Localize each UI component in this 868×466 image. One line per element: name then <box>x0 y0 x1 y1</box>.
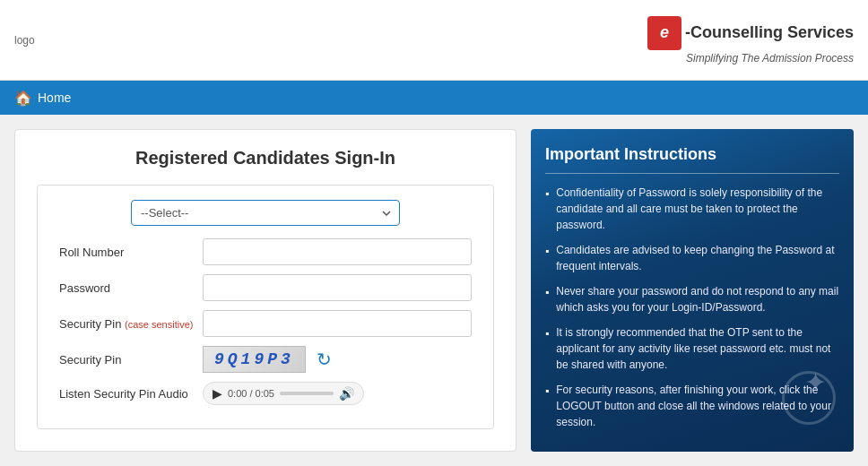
security-pin-input-label: Security Pin (case sensitive) <box>59 317 194 331</box>
bullet-4: ▪ <box>545 325 549 373</box>
roll-number-row: Roll Number <box>59 238 472 265</box>
brand-tagline: Simplifying The Admission Process <box>686 52 854 65</box>
audio-label: Listen Security Pin Audio <box>59 387 194 401</box>
captcha-row: Security Pin 9Q19P3 ↻ <box>59 346 472 373</box>
logo-area: logo <box>14 34 35 47</box>
instructions-panel: Important Instructions ▪ Confidentiality… <box>531 129 854 452</box>
bullet-2: ▪ <box>545 243 549 274</box>
roll-number-label: Roll Number <box>59 246 194 259</box>
main-content: Registered Candidates Sign-In --Select--… <box>0 115 868 466</box>
logo-image: logo <box>14 34 35 47</box>
top-header: logo e -Counselling Services Simplifying… <box>0 0 868 81</box>
brand-icon: e <box>647 16 681 50</box>
audio-time: 0:00 / 0:05 <box>228 388 274 399</box>
home-label: Home <box>38 91 71 105</box>
audio-play-button[interactable]: ▶ <box>213 386 222 401</box>
audio-player: ▶ 0:00 / 0:05 🔊 <box>203 382 364 405</box>
form-title: Registered Candidates Sign-In <box>37 148 494 168</box>
bullet-3: ▪ <box>545 284 549 315</box>
bullet-1: ▪ <box>545 186 549 233</box>
select-row: --Select-- <box>59 200 472 226</box>
password-row: Password <box>59 274 472 301</box>
password-label: Password <box>59 281 194 295</box>
instruction-item-2: ▪ Candidates are advised to keep changin… <box>545 242 839 274</box>
instruction-text-1: Confidentiality of Password is solely re… <box>556 185 839 233</box>
instruction-text-3: Never share your password and do not res… <box>556 283 839 315</box>
captcha-label: Security Pin <box>59 353 194 367</box>
instruction-item-5: ▪ For security reasons, after finishing … <box>545 382 839 430</box>
instructions-divider <box>545 173 839 174</box>
brand-name: -Counselling Services <box>685 23 854 42</box>
security-pin-input[interactable] <box>203 310 472 337</box>
audio-progress-bar[interactable] <box>280 392 334 395</box>
captcha-image: 9Q19P3 <box>203 346 306 373</box>
audio-volume-button[interactable]: 🔊 <box>339 386 354 401</box>
security-pin-input-row: Security Pin (case sensitive) <box>59 310 472 337</box>
instruction-item-4: ▪ It is strongly recommended that the OT… <box>545 324 839 373</box>
case-sensitive-note: (case sensitive) <box>125 319 193 330</box>
instruction-item-3: ▪ Never share your password and do not r… <box>545 283 839 315</box>
audio-row: Listen Security Pin Audio ▶ 0:00 / 0:05 … <box>59 382 472 405</box>
brand-area: e -Counselling Services Simplifying The … <box>647 16 854 65</box>
instruction-text-5: For security reasons, after finishing yo… <box>556 382 839 430</box>
form-inner: --Select-- Roll Number Password Security… <box>37 185 494 429</box>
home-icon: 🏠 <box>14 90 32 107</box>
instruction-item-1: ▪ Confidentiality of Password is solely … <box>545 185 839 233</box>
home-link[interactable]: 🏠 Home <box>14 90 71 107</box>
exam-select[interactable]: --Select-- <box>131 200 400 226</box>
captcha-refresh-button[interactable]: ↻ <box>315 347 334 372</box>
nav-bar: 🏠 Home <box>0 81 868 115</box>
instruction-text-4: It is strongly recommended that the OTP … <box>556 324 839 373</box>
roll-number-input[interactable] <box>203 238 472 265</box>
instructions-title: Important Instructions <box>545 145 839 164</box>
password-input[interactable] <box>203 274 472 301</box>
instruction-text-2: Candidates are advised to keep changing … <box>556 242 839 274</box>
form-panel: Registered Candidates Sign-In --Select--… <box>14 129 516 452</box>
brand-logo: e -Counselling Services <box>647 16 854 50</box>
bullet-5: ▪ <box>545 383 549 430</box>
